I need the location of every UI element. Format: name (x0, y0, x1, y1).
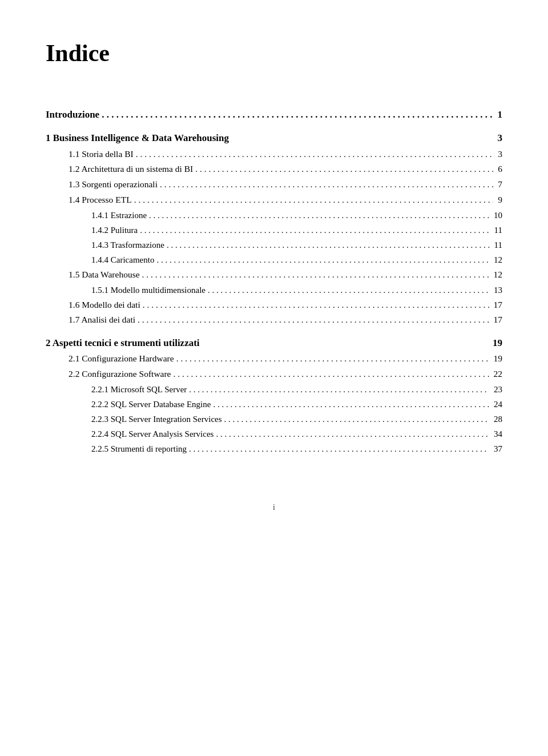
toc-page-ss1.4.1: 10 (494, 208, 502, 222)
toc-page-ss1.4.3: 11 (494, 238, 502, 252)
toc-page-s1.6: 17 (494, 298, 503, 312)
toc-dots-ss1.4.3 (167, 238, 490, 252)
toc-dots-s1.2 (195, 162, 493, 176)
toc-label-s2.1: 2.1 Configurazione Hardware (68, 352, 174, 366)
toc-entry-ch1: 1 Business Intelligence & Data Warehousi… (46, 130, 502, 146)
toc-label-ss2.2.4: 2.2.4 SQL Server Analysis Services (91, 427, 213, 441)
toc-dots-ss1.5.1 (208, 283, 489, 297)
toc-label-s1.3: 1.3 Sorgenti operazionali (68, 178, 158, 192)
toc-page-ss1.4.2: 11 (494, 223, 502, 237)
toc-label-s1.1: 1.1 Storia della BI (68, 147, 134, 162)
toc-label-ss2.2.2: 2.2.2 SQL Server Database Engine (91, 397, 211, 411)
toc-dots-s2.1 (176, 352, 489, 366)
toc-dots-s1.4 (134, 193, 494, 207)
toc-entry-s2.2: 2.2 Configurazione Software22 (46, 367, 502, 381)
toc-page-s1.7: 17 (494, 313, 503, 327)
toc-entry-s1.4: 1.4 Processo ETL9 (46, 193, 502, 207)
toc-page-s1.2: 6 (498, 162, 502, 176)
toc-page-ss2.2.5: 37 (494, 442, 502, 456)
toc-page-s1.4: 9 (498, 193, 502, 207)
toc-dots-intro (102, 107, 493, 122)
toc-entry-ss2.2.3: 2.2.3 SQL Server Integration Services28 (46, 412, 502, 426)
toc-dots-ss1.4.4 (156, 253, 489, 267)
toc-page-ss2.2.4: 34 (494, 427, 502, 441)
toc-page-ss2.2.2: 24 (494, 397, 502, 411)
toc-dots-s1.1 (136, 147, 494, 162)
toc-entry-ss1.4.1: 1.4.1 Estrazione10 (46, 208, 502, 222)
toc-page-s2.1: 19 (494, 352, 503, 366)
toc-label-s2.2: 2.2 Configurazione Software (68, 367, 171, 381)
toc-dots-ss2.2.2 (213, 397, 489, 411)
toc-page-ss2.2.1: 23 (494, 383, 502, 396)
toc-page-ch1: 3 (498, 130, 503, 146)
toc-entry-ss2.2.5: 2.2.5 Strumenti di reporting37 (46, 442, 502, 456)
toc-dots-ss1.4.1 (149, 208, 489, 222)
toc-page-ss2.2.3: 28 (494, 412, 502, 426)
toc-dots-ss2.2.4 (216, 427, 489, 441)
toc-label-ss2.2.1: 2.2.1 Microsoft SQL Server (91, 383, 187, 396)
page-title: Indice (46, 34, 502, 73)
toc-label-s1.7: 1.7 Analisi dei dati (68, 313, 135, 327)
toc-entry-s1.2: 1.2 Architettura di un sistema di BI6 (46, 162, 502, 176)
toc-label-ss1.4.2: 1.4.2 Pulitura (91, 223, 138, 237)
toc-entry-s1.1: 1.1 Storia della BI3 (46, 147, 502, 162)
toc-entry-s1.7: 1.7 Analisi dei dati17 (46, 313, 502, 327)
toc-page-s2.2: 22 (494, 367, 503, 381)
toc-entry-s1.5: 1.5 Data Warehouse12 (46, 268, 502, 282)
toc-page-ch2: 19 (493, 335, 502, 351)
toc-label-ch1: 1 Business Intelligence & Data Warehousi… (46, 130, 229, 146)
toc-label-ss2.2.3: 2.2.3 SQL Server Integration Services (91, 412, 222, 426)
page-number-bottom: i (46, 501, 502, 514)
toc-dots-ss1.4.2 (140, 223, 489, 237)
toc-dots-ss2.2.5 (189, 442, 489, 456)
toc-dots-ss2.2.1 (189, 383, 489, 396)
toc-label-s1.2: 1.2 Architettura di un sistema di BI (68, 162, 193, 176)
toc-entry-s1.3: 1.3 Sorgenti operazionali7 (46, 178, 502, 192)
toc-entry-ss2.2.1: 2.2.1 Microsoft SQL Server23 (46, 383, 502, 396)
toc-page-intro: 1 (498, 107, 503, 122)
toc-dots-s1.5 (142, 268, 489, 282)
toc-entry-intro: Introduzione1 (46, 107, 502, 122)
toc-dots-s2.2 (174, 367, 489, 381)
toc-entry-ss1.4.3: 1.4.3 Trasformazione11 (46, 238, 502, 252)
toc-entry-ss1.4.4: 1.4.4 Caricamento12 (46, 253, 502, 267)
toc-label-ss1.4.4: 1.4.4 Caricamento (91, 253, 154, 267)
toc-label-s1.6: 1.6 Modello dei dati (68, 298, 140, 312)
toc-label-ss1.4.3: 1.4.3 Trasformazione (91, 238, 164, 252)
toc-label-s1.4: 1.4 Processo ETL (68, 193, 132, 207)
toc-page-s1.1: 3 (498, 147, 502, 162)
toc-label-ss2.2.5: 2.2.5 Strumenti di reporting (91, 442, 187, 456)
toc-page-ss1.4.4: 12 (494, 253, 502, 267)
toc-entry-s2.1: 2.1 Configurazione Hardware19 (46, 352, 502, 366)
toc-entry-ss2.2.4: 2.2.4 SQL Server Analysis Services34 (46, 427, 502, 441)
toc-label-ss1.4.1: 1.4.1 Estrazione (91, 208, 147, 222)
toc-entry-ch2: 2 Aspetti tecnici e strumenti utilizzati… (46, 335, 502, 351)
toc-dots-s1.7 (138, 313, 489, 327)
toc-label-intro: Introduzione (46, 107, 99, 122)
toc-entry-s1.6: 1.6 Modello dei dati17 (46, 298, 502, 312)
toc-label-s1.5: 1.5 Data Warehouse (68, 268, 140, 282)
toc-page-ss1.5.1: 13 (494, 283, 502, 297)
toc-dots-s1.6 (143, 298, 489, 312)
toc-entry-ss1.5.1: 1.5.1 Modello multidimensionale13 (46, 283, 502, 297)
toc-dots-ss2.2.3 (224, 412, 489, 426)
toc-label-ch2: 2 Aspetti tecnici e strumenti utilizzati (46, 335, 200, 351)
toc-dots-s1.3 (160, 178, 493, 192)
toc-entry-ss1.4.2: 1.4.2 Pulitura11 (46, 223, 502, 237)
toc-page-s1.3: 7 (498, 178, 502, 192)
toc-page-s1.5: 12 (494, 268, 503, 282)
toc-container: Introduzione11 Business Intelligence & D… (46, 107, 502, 456)
toc-entry-ss2.2.2: 2.2.2 SQL Server Database Engine24 (46, 397, 502, 411)
toc-label-ss1.5.1: 1.5.1 Modello multidimensionale (91, 283, 206, 297)
